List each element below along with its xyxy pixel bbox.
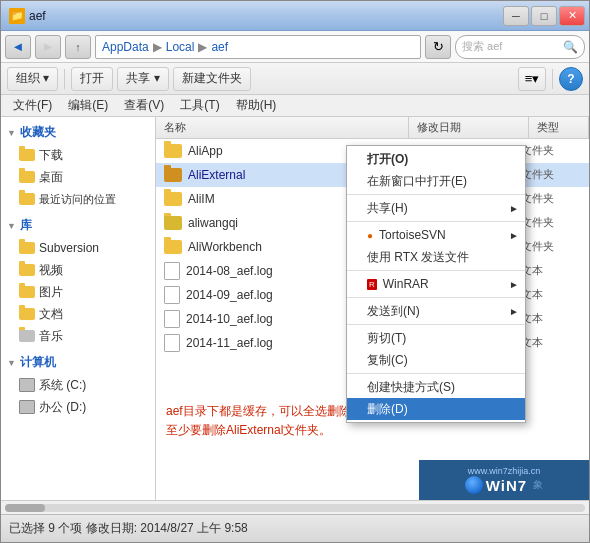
new-folder-button[interactable]: 新建文件夹 xyxy=(173,67,251,91)
search-box[interactable]: 搜索 aef 🔍 xyxy=(455,35,585,59)
svn-folder-icon xyxy=(19,242,35,254)
sidebar-item-docs[interactable]: 文档 xyxy=(1,303,155,325)
drive-d-icon xyxy=(19,400,35,414)
help-button[interactable]: ? xyxy=(559,67,583,91)
ctx-sendto[interactable]: 发送到(N) ► xyxy=(347,300,525,322)
title-bar: 📁 aef ─ □ ✕ xyxy=(1,1,589,31)
ctx-winrar[interactable]: R WinRAR ► xyxy=(347,273,525,295)
desktop-label: 桌面 xyxy=(39,169,63,186)
close-button[interactable]: ✕ xyxy=(559,6,585,26)
ctx-sep-1 xyxy=(347,194,525,195)
log2-type: 文本 xyxy=(521,287,581,302)
col-header-date[interactable]: 修改日期 xyxy=(409,117,529,138)
ctx-share-label: 共享(H) xyxy=(367,200,408,217)
sidebar: ▼ 收藏夹 下载 桌面 最近访问的位置 ▼ xyxy=(1,117,156,500)
title-controls: ─ □ ✕ xyxy=(503,6,585,26)
ctx-sep-6 xyxy=(347,373,525,374)
context-menu: 打开(O) 在新窗口中打开(E) 共享(H) ► ● TortoiseSVN ► xyxy=(346,145,526,423)
annotation-line2: 至少要删除AliExternal文件夹。 xyxy=(166,421,363,440)
video-label: 视频 xyxy=(39,262,63,279)
ctx-create-shortcut[interactable]: 创建快捷方式(S) xyxy=(347,376,525,398)
ctx-cut[interactable]: 剪切(T) xyxy=(347,327,525,349)
ctx-rtx[interactable]: 使用 RTX 发送文件 xyxy=(347,246,525,268)
status-bar: 已选择 9 个项 修改日期: 2014/8/27 上午 9:58 xyxy=(1,514,589,542)
sidebar-item-desktop[interactable]: 桌面 xyxy=(1,166,155,188)
horizontal-scrollbar[interactable] xyxy=(1,500,589,514)
forward-button[interactable]: ► xyxy=(35,35,61,59)
watermark-win7: WiN7 xyxy=(486,477,527,494)
ctx-open[interactable]: 打开(O) xyxy=(347,148,525,170)
path-local[interactable]: Local xyxy=(166,40,195,54)
ctx-shortcut-label: 创建快捷方式(S) xyxy=(367,379,455,396)
sidebar-favorites-header[interactable]: ▼ 收藏夹 xyxy=(1,121,155,144)
organize-button[interactable]: 组织 ▾ xyxy=(7,67,58,91)
status-text: 已选择 9 个项 修改日期: 2014/8/27 上午 9:58 xyxy=(9,520,581,537)
menu-view[interactable]: 查看(V) xyxy=(116,95,172,116)
docs-label: 文档 xyxy=(39,306,63,323)
watermark-site: www.win7zhijia.cn xyxy=(468,466,541,476)
menu-tools[interactable]: 工具(T) xyxy=(172,95,227,116)
col-header-type[interactable]: 类型 xyxy=(529,117,589,138)
up-button[interactable]: ↑ xyxy=(65,35,91,59)
sidebar-library: ▼ 库 Subversion 视频 图片 文档 xyxy=(1,214,155,347)
view-button[interactable]: ≡▾ xyxy=(518,67,546,91)
recent-folder-icon xyxy=(19,193,35,205)
search-placeholder: 搜索 aef xyxy=(462,39,559,54)
scrollbar-thumb[interactable] xyxy=(5,504,45,512)
maximize-button[interactable]: □ xyxy=(531,6,557,26)
aliwangqi-folder-icon xyxy=(164,216,182,230)
ctx-share[interactable]: 共享(H) ► xyxy=(347,197,525,219)
sidebar-item-video[interactable]: 视频 xyxy=(1,259,155,281)
sidebar-item-drive-c[interactable]: 系统 (C:) xyxy=(1,374,155,396)
menu-file[interactable]: 文件(F) xyxy=(5,95,60,116)
share-button[interactable]: 共享 ▾ xyxy=(117,67,168,91)
music-label: 音乐 xyxy=(39,328,63,345)
arrow-icon: ▼ xyxy=(7,128,16,138)
menu-edit[interactable]: 编辑(E) xyxy=(60,95,116,116)
ctx-sep-3 xyxy=(347,270,525,271)
menu-help[interactable]: 帮助(H) xyxy=(228,95,285,116)
docs-folder-icon xyxy=(19,308,35,320)
pictures-folder-icon xyxy=(19,286,35,298)
back-button[interactable]: ◄ xyxy=(5,35,31,59)
ctx-delete[interactable]: 删除(D) xyxy=(347,398,525,420)
ctx-copy[interactable]: 复制(C) xyxy=(347,349,525,371)
log3-type: 文本 xyxy=(521,311,581,326)
ctx-winrar-label: WinRAR xyxy=(383,277,429,291)
ctx-tortoisesvn[interactable]: ● TortoiseSVN ► xyxy=(347,224,525,246)
pictures-label: 图片 xyxy=(39,284,63,301)
toolbar-sep-1 xyxy=(64,69,65,89)
sidebar-favorites: ▼ 收藏夹 下载 桌面 最近访问的位置 xyxy=(1,121,155,210)
sidebar-item-recent[interactable]: 最近访问的位置 xyxy=(1,188,155,210)
sidebar-item-pictures[interactable]: 图片 xyxy=(1,281,155,303)
minimize-button[interactable]: ─ xyxy=(503,6,529,26)
ctx-open-label: 打开(O) xyxy=(367,151,408,168)
video-folder-icon xyxy=(19,264,35,276)
toolbar: 组织 ▾ 打开 共享 ▾ 新建文件夹 ≡▾ ? xyxy=(1,63,589,95)
log1-file-icon xyxy=(164,262,180,280)
watermark-brand-row: WiN7 象 xyxy=(465,476,543,494)
scrollbar-track[interactable] xyxy=(5,504,585,512)
library-label: 库 xyxy=(20,217,32,234)
ctx-rtx-label: 使用 RTX 发送文件 xyxy=(367,249,469,266)
music-folder-icon xyxy=(19,330,35,342)
refresh-button[interactable]: ↻ xyxy=(425,35,451,59)
annotation-line1: aef目录下都是缓存，可以全选删除。 xyxy=(166,402,363,421)
open-button[interactable]: 打开 xyxy=(71,67,113,91)
ctx-open-new-window[interactable]: 在新窗口中打开(E) xyxy=(347,170,525,192)
explorer-window: 📁 aef ─ □ ✕ ◄ ► ↑ AppData ▶ Local ▶ aef … xyxy=(0,0,590,543)
ctx-winrar-arrow: ► xyxy=(509,279,519,290)
toolbar-sep-2 xyxy=(552,69,553,89)
aliexternal-folder-icon xyxy=(164,168,182,182)
sidebar-item-music[interactable]: 音乐 xyxy=(1,325,155,347)
sidebar-computer-header[interactable]: ▼ 计算机 xyxy=(1,351,155,374)
path-appdata[interactable]: AppData xyxy=(102,40,149,54)
sidebar-item-drive-d[interactable]: 办公 (D:) xyxy=(1,396,155,418)
sidebar-item-download[interactable]: 下载 xyxy=(1,144,155,166)
path-aef[interactable]: aef xyxy=(211,40,228,54)
aliim-type: 文件夹 xyxy=(521,191,581,206)
sidebar-item-svn[interactable]: Subversion xyxy=(1,237,155,259)
address-path[interactable]: AppData ▶ Local ▶ aef xyxy=(95,35,421,59)
sidebar-library-header[interactable]: ▼ 库 xyxy=(1,214,155,237)
col-header-name[interactable]: 名称 xyxy=(156,117,409,138)
